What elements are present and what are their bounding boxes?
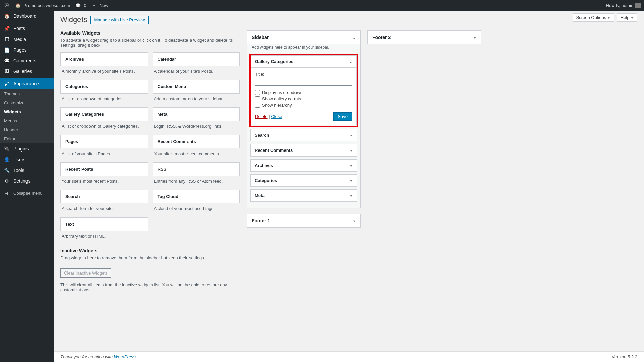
comments-link[interactable]: 💬0 — [75, 3, 86, 8]
admin-bar: ⓦ 🏠Promo bestwebsoft.com 💬0 ＋New Howdy, … — [0, 0, 644, 11]
wp-logo[interactable]: ⓦ — [3, 2, 10, 8]
howdy-link[interactable]: Howdy, admin — [606, 3, 641, 8]
avatar — [635, 3, 641, 8]
site-link[interactable]: 🏠Promo bestwebsoft.com — [15, 3, 70, 8]
new-link[interactable]: ＋New — [91, 2, 108, 8]
